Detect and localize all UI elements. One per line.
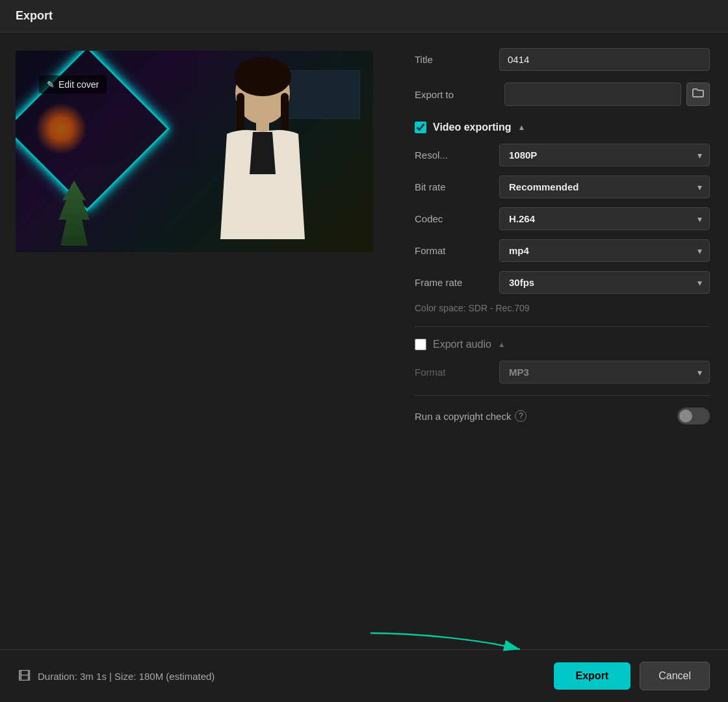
copyright-label: Run a copyright check ? [415,410,677,422]
right-panel[interactable]: Title Export to Video exporting [396,32,728,649]
person-silhouette [191,57,334,252]
bottom-buttons: Export Cancel [554,662,710,690]
svg-point-1 [234,57,291,96]
title-row: Title [415,48,710,71]
audio-section-title: Export audio [433,339,491,350]
video-section-collapse-icon[interactable]: ▲ [518,123,526,132]
content-area: ✎ Edit cover Title Export to [0,32,728,649]
edit-icon: ✎ [47,79,55,90]
audio-section-header: Export audio ▲ [415,339,710,350]
codec-label: Codec [415,213,499,224]
audio-format-select[interactable]: MP3 AAC WAV [499,361,710,384]
framerate-select[interactable]: 24fps 25fps 30fps 60fps [499,271,710,294]
audio-export-checkbox[interactable] [415,339,426,350]
title-bar: Export [0,0,728,32]
format-select-wrapper: mp4 mov avi mkv [499,239,710,262]
bitrate-select[interactable]: Low Medium Recommended High [499,176,710,198]
section-divider [415,326,710,327]
audio-section-collapse-icon[interactable]: ▲ [498,340,506,349]
audio-format-select-wrapper: MP3 AAC WAV [499,361,710,384]
copyright-toggle[interactable] [677,408,710,424]
title-label: Title [415,54,499,65]
format-row: Format mp4 mov avi mkv [415,239,710,262]
framerate-select-wrapper: 24fps 25fps 30fps 60fps [499,271,710,294]
dialog-title: Export [16,9,53,22]
resolution-select-wrapper: 720P 1080P 2K 4K [499,144,710,166]
format-select[interactable]: mp4 mov avi mkv [499,239,710,262]
format-label: Format [415,245,499,256]
resolution-select[interactable]: 720P 1080P 2K 4K [499,144,710,166]
resolution-row: Resol... 720P 1080P 2K 4K [415,144,710,166]
export-to-input[interactable] [504,83,681,106]
video-section-title: Video exporting [433,122,512,133]
left-panel: ✎ Edit cover [0,32,396,649]
cancel-button[interactable]: Cancel [640,662,710,690]
bottom-bar: 🎞 Duration: 3m 1s | Size: 180M (estimate… [0,649,728,702]
video-export-checkbox[interactable] [415,122,426,133]
export-button[interactable]: Export [554,662,631,690]
codec-row: Codec H.264 H.265 VP9 [415,207,710,230]
audio-format-label: Format [415,367,499,378]
duration-text: Duration: 3m 1s | Size: 180M (estimated) [38,671,214,682]
folder-browse-button[interactable] [686,83,710,106]
film-icon: 🎞 [18,669,31,684]
audio-format-row: Format MP3 AAC WAV [415,361,710,384]
framerate-label: Frame rate [415,277,499,288]
codec-select[interactable]: H.264 H.265 VP9 [499,207,710,230]
framerate-row: Frame rate 24fps 25fps 30fps 60fps [415,271,710,294]
codec-select-wrapper: H.264 H.265 VP9 [499,207,710,230]
video-section-header: Video exporting ▲ [415,122,710,133]
toggle-knob [679,410,692,422]
edit-cover-label: Edit cover [58,79,99,90]
bitrate-select-wrapper: Low Medium Recommended High [499,176,710,198]
edit-cover-button[interactable]: ✎ Edit cover [39,75,107,94]
copyright-help-icon[interactable]: ? [515,410,526,422]
bitrate-row: Bit rate Low Medium Recommended High [415,176,710,198]
resolution-label: Resol... [415,150,499,161]
copyright-row: Run a copyright check ? [415,408,710,424]
export-to-label: Export to [415,89,499,100]
export-dialog: Export [0,0,728,702]
video-preview: ✎ Edit cover [16,51,373,252]
duration-info: 🎞 Duration: 3m 1s | Size: 180M (estimate… [18,669,214,684]
color-space-text: Color space: SDR - Rec.709 [415,303,710,313]
export-to-row: Export to [415,83,710,106]
audio-divider [415,395,710,396]
folder-icon [692,88,704,101]
bitrate-label: Bit rate [415,181,499,192]
title-input[interactable] [499,48,710,71]
